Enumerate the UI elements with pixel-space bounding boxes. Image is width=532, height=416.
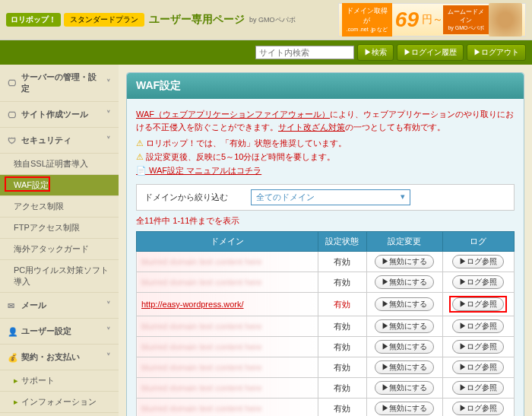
log-button[interactable]: ▶ログ参照 xyxy=(452,340,504,354)
change-cell: ▶無効にする xyxy=(367,357,442,378)
col-log: ログ xyxy=(442,232,514,252)
change-cell: ▶無効にする xyxy=(367,399,442,417)
sidebar-footer-1[interactable]: ▸インフォメーション xyxy=(0,392,119,413)
chevron-down-icon: ˅ xyxy=(106,135,111,145)
log-button[interactable]: ▶ログ参照 xyxy=(452,402,504,415)
change-cell: ▶無効にする xyxy=(367,252,442,272)
log-cell: ▶ログ参照 xyxy=(442,293,514,316)
plan-badge: スタンダードプラン xyxy=(64,13,144,27)
change-cell: ▶無効にする xyxy=(367,316,442,337)
shield-icon: 🛡 xyxy=(8,136,17,145)
domain-filter-select[interactable]: 全てのドメイン ▾ xyxy=(251,189,410,205)
domain-cell: blurred domain text content here xyxy=(137,316,318,337)
log-cell: ▶ログ参照 xyxy=(442,252,514,272)
log-button[interactable]: ▶ログ参照 xyxy=(452,381,504,395)
col-status: 設定状態 xyxy=(318,232,367,252)
login-history-button[interactable]: ▶ログイン履歴 xyxy=(397,44,464,61)
waf-def-link[interactable]: WAF（ウェブアプリケーションファイアウォール） xyxy=(136,110,330,119)
user-page-title: ユーザー専用ページ xyxy=(149,13,245,27)
chevron-down-icon: ˅ xyxy=(106,110,111,119)
server-icon: 🖵 xyxy=(8,78,17,87)
sidebar-footer-0[interactable]: ▸サポート xyxy=(0,370,119,392)
domain-link[interactable]: http://easy-wordpress.work/ xyxy=(141,300,244,309)
col-domain: ドメイン xyxy=(137,232,318,252)
table-row: blurred domain text content here 有効 ▶無効に… xyxy=(137,378,515,399)
status-cell: 有効 xyxy=(318,378,367,399)
sidebar-item-server[interactable]: 🖵サーバーの管理・設定˅ xyxy=(0,65,119,102)
domain-cell: http://easy-wordpress.work/ xyxy=(137,293,318,316)
status-cell: 有効 xyxy=(318,337,367,357)
col-change: 設定変更 xyxy=(367,232,442,252)
sidebar-item-user[interactable]: 👤ユーザー設定˅ xyxy=(0,319,119,345)
sidebar-sub-海外アタックガード[interactable]: 海外アタックガード xyxy=(0,239,119,260)
search-input[interactable] xyxy=(255,46,354,59)
sidebar-sub-アクセス制限[interactable]: アクセス制限 xyxy=(0,196,119,218)
disable-button[interactable]: ▶無効にする xyxy=(375,360,434,374)
info-text: WAF（ウェブアプリケーションファイアウォール）により、ウェブアプリケーションの… xyxy=(136,108,515,133)
domain-cell: blurred domain text content here xyxy=(137,272,318,293)
table-row: http://easy-wordpress.work/ 有効 ▶無効にする ▶ロ… xyxy=(137,293,515,316)
table-row: blurred domain text content here 有効 ▶無効に… xyxy=(137,316,515,337)
chevron-down-icon: ˅ xyxy=(106,300,111,310)
status-cell: 有効 xyxy=(318,272,367,293)
disable-button[interactable]: ▶無効にする xyxy=(375,319,434,333)
sidebar-sub-PC用ウイルス対策ソフト導入[interactable]: PC用ウイルス対策ソフト導入 xyxy=(0,260,119,293)
disable-button[interactable]: ▶無効にする xyxy=(375,340,434,354)
status-cell: 有効 xyxy=(318,357,367,378)
panel-title: WAF設定 xyxy=(127,73,524,99)
log-button[interactable]: ▶ログ参照 xyxy=(452,297,504,311)
status-cell: 有効 xyxy=(318,316,367,337)
log-cell: ▶ログ参照 xyxy=(442,357,514,378)
warning-2: 設定変更後、反映に5～10分ほど時間を要します。 xyxy=(136,151,515,163)
mail-icon: ✉ xyxy=(8,301,17,310)
log-button[interactable]: ▶ログ参照 xyxy=(452,319,504,333)
tamper-link[interactable]: サイト改ざん対策 xyxy=(278,122,345,132)
log-button[interactable]: ▶ログ参照 xyxy=(452,255,504,268)
sidebar-item-shield[interactable]: 🛡セキュリティ˅ xyxy=(0,128,119,154)
log-button[interactable]: ▶ログ参照 xyxy=(452,360,504,374)
disable-button[interactable]: ▶無効にする xyxy=(375,381,434,395)
domain-cell: blurred domain text content here xyxy=(137,337,318,357)
sidebar-sub-FTPアクセス制限[interactable]: FTPアクセス制限 xyxy=(0,218,119,239)
domain-cell: blurred domain text content here xyxy=(137,378,318,399)
banner-right: ムームードメイン by GMOペパボ xyxy=(443,5,489,34)
log-cell: ▶ログ参照 xyxy=(442,337,514,357)
disable-button[interactable]: ▶無効にする xyxy=(375,255,434,268)
lollipop-logo: ロリポップ！ xyxy=(6,13,61,27)
log-cell: ▶ログ参照 xyxy=(442,316,514,337)
log-cell: ▶ログ参照 xyxy=(442,399,514,417)
search-button[interactable]: ▶検索 xyxy=(357,44,394,61)
change-cell: ▶無効にする xyxy=(367,272,442,293)
log-button[interactable]: ▶ログ参照 xyxy=(452,275,504,289)
domain-cell: blurred domain text content here xyxy=(137,252,318,272)
disable-button[interactable]: ▶無効にする xyxy=(375,297,434,311)
logout-button[interactable]: ▶ログアウト xyxy=(467,44,526,61)
sidebar-item-money[interactable]: 💰契約・お支払い˅ xyxy=(0,345,119,370)
sidebar-item-monitor[interactable]: 🖵サイト作成ツール˅ xyxy=(0,102,119,128)
domain-cell: blurred domain text content here xyxy=(137,399,318,417)
header: ロリポップ！ スタンダードプラン ユーザー専用ページ by GMOペパボ ドメイ… xyxy=(0,0,532,40)
sidebar-footer-2[interactable]: ▸メンテナンス情報 xyxy=(0,413,119,416)
log-cell: ▶ログ参照 xyxy=(442,378,514,399)
table-row: blurred domain text content here 有効 ▶無効に… xyxy=(137,357,515,378)
waf-panel: WAF設定 WAF（ウェブアプリケーションファイアウォール）により、ウェブアプリ… xyxy=(126,72,524,416)
change-cell: ▶無効にする xyxy=(367,337,442,357)
chevron-down-icon: ˅ xyxy=(106,326,111,336)
money-icon: 💰 xyxy=(8,353,17,362)
log-cell: ▶ログ参照 xyxy=(442,272,514,293)
filter-label: ドメインから絞り込む xyxy=(144,192,228,203)
disable-button[interactable]: ▶無効にする xyxy=(375,275,434,289)
domain-cell: blurred domain text content here xyxy=(137,357,318,378)
result-count: 全11件中 1-11件までを表示 xyxy=(136,215,515,227)
change-cell: ▶無効にする xyxy=(367,293,442,316)
sidebar-sub-WAF設定[interactable]: WAF設定 xyxy=(0,175,119,196)
sidebar-item-mail[interactable]: ✉メール˅ xyxy=(0,293,119,319)
chevron-down-icon: ˅ xyxy=(106,78,111,88)
sidebar: 🖵サーバーの管理・設定˅🖵サイト作成ツール˅🛡セキュリティ˅独自SSL証明書導入… xyxy=(0,65,119,416)
warning-1: ロリポップ！では、「有効」状態を推奨しています。 xyxy=(136,138,515,149)
manual-link[interactable]: WAF設定 マニュアルはコチラ xyxy=(136,165,515,176)
disable-button[interactable]: ▶無効にする xyxy=(375,402,434,415)
filter-row: ドメインから絞り込む 全てのドメイン ▾ xyxy=(136,184,515,211)
sidebar-sub-独自SSL証明書導入[interactable]: 独自SSL証明書導入 xyxy=(0,154,119,175)
ad-banner[interactable]: ドメイン取得が .com .net .jp など 69 円～ ムームードメイン … xyxy=(338,3,526,37)
